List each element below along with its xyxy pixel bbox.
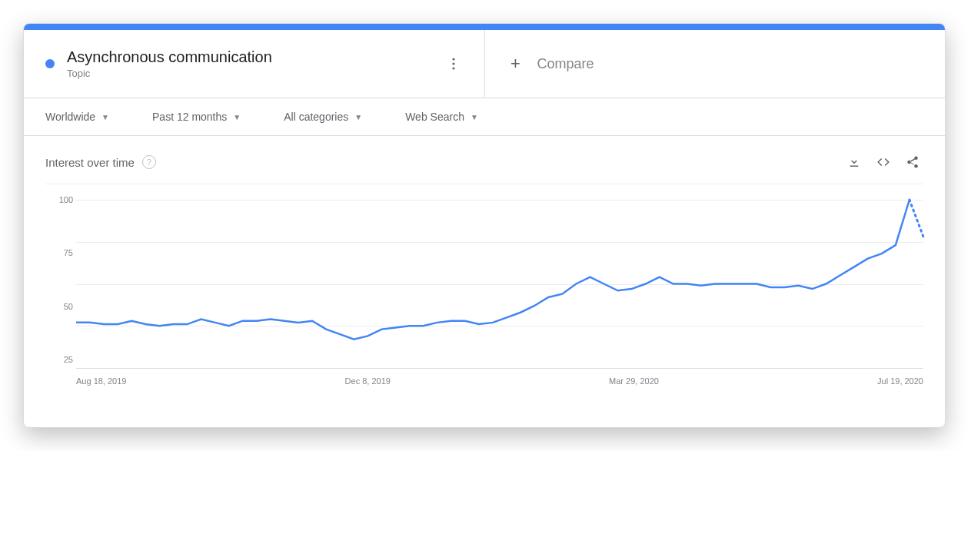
trends-card: Asynchronous communication Topic + Compa… [23,23,946,428]
chevron-down-icon: ▼ [101,113,109,121]
download-icon[interactable] [843,151,865,173]
compare-cell[interactable]: + Compare [484,30,946,98]
filter-region[interactable]: Worldwide ▼ [45,111,109,123]
y-axis: 100 75 50 25 [45,200,73,369]
share-icon[interactable] [902,151,923,173]
filter-time[interactable]: Past 12 months ▼ [152,111,241,123]
filter-row: Worldwide ▼ Past 12 months ▼ All categor… [24,98,945,136]
topic-title: Asynchronous communication [67,48,432,66]
filter-category[interactable]: All categories ▼ [284,111,362,123]
topic-text: Asynchronous communication Topic [67,48,432,79]
filter-search-type-label: Web Search [405,111,464,123]
filter-time-label: Past 12 months [152,111,227,123]
y-tick: 25 [45,355,73,364]
line-chart-svg [76,200,923,368]
compare-label: Compare [537,56,594,72]
chevron-down-icon: ▼ [233,113,241,121]
chart-section: Interest over time ? 100 75 50 25 [24,136,945,427]
y-tick: 50 [45,302,73,311]
help-icon[interactable]: ? [142,155,156,169]
svg-point-4 [907,161,911,164]
x-tick: Mar 29, 2020 [609,376,659,386]
topic-row: Asynchronous communication Topic + Compa… [24,30,945,98]
x-tick: Dec 8, 2019 [345,376,391,386]
chart-wrap: 100 75 50 25 Aug 18, 2019 Dec 8, 2019 Ma… [45,200,923,399]
filter-category-label: All categories [284,111,348,123]
svg-point-2 [452,67,454,69]
x-tick: Jul 19, 2020 [877,376,923,386]
series-color-dot [45,59,55,68]
x-tick: Aug 18, 2019 [76,376,126,386]
chart-title: Interest over time [45,156,135,169]
filter-region-label: Worldwide [45,111,95,123]
filter-search-type[interactable]: Web Search ▼ [405,111,478,123]
x-axis: Aug 18, 2019 Dec 8, 2019 Mar 29, 2020 Ju… [76,376,923,386]
kebab-menu-icon[interactable] [444,55,463,73]
embed-icon[interactable] [873,151,894,173]
topic-cell[interactable]: Asynchronous communication Topic [24,30,484,98]
y-tick: 100 [45,195,73,204]
plus-icon: + [507,54,525,74]
y-tick: 75 [45,248,73,257]
svg-point-1 [452,62,454,65]
svg-point-0 [452,58,454,60]
svg-point-5 [914,164,918,168]
accent-bar [24,24,945,30]
chevron-down-icon: ▼ [471,113,478,121]
chart-header: Interest over time ? [45,151,923,184]
topic-subtitle: Topic [67,68,432,79]
chart-plot-area [76,200,923,369]
chevron-down-icon: ▼ [354,113,362,121]
